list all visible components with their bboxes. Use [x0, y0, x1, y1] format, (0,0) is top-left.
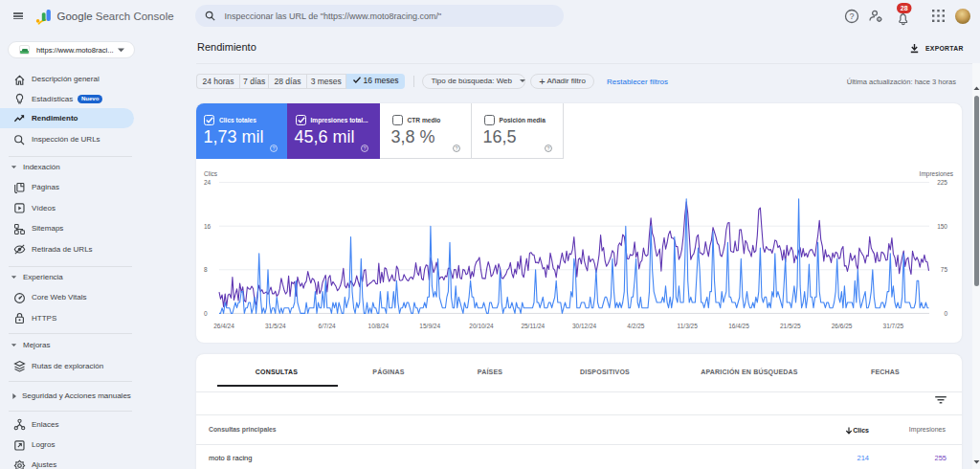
svg-text:20/10/24: 20/10/24: [469, 323, 494, 329]
svg-text:24: 24: [204, 179, 212, 186]
svg-text:31/5/24: 31/5/24: [265, 323, 286, 329]
svg-text:0: 0: [204, 310, 208, 317]
svg-text:?: ?: [849, 11, 854, 21]
svg-text:225: 225: [937, 179, 947, 186]
svg-text:11/3/25: 11/3/25: [678, 323, 699, 329]
svg-text:6/7/24: 6/7/24: [319, 323, 336, 329]
svg-text:28: 28: [901, 5, 908, 11]
svg-text:4/2/25: 4/2/25: [627, 323, 644, 329]
svg-text:10/8/24: 10/8/24: [368, 323, 390, 329]
svg-text:30/12/24: 30/12/24: [572, 323, 597, 329]
svg-text:150: 150: [937, 223, 947, 230]
svg-text:Clics: Clics: [204, 170, 218, 177]
svg-text:16: 16: [204, 223, 212, 230]
svg-text:16/4/25: 16/4/25: [728, 323, 749, 329]
svg-text:15/9/24: 15/9/24: [419, 323, 440, 329]
svg-text:8: 8: [204, 266, 208, 273]
svg-text:0: 0: [944, 310, 947, 317]
svg-text:26/4/24: 26/4/24: [213, 323, 234, 329]
svg-text:75: 75: [941, 266, 948, 273]
svg-text:Impresiones: Impresiones: [920, 170, 954, 178]
svg-text:21/5/25: 21/5/25: [780, 323, 801, 329]
svg-text:31/7/25: 31/7/25: [883, 323, 904, 329]
svg-text:25/11/24: 25/11/24: [521, 323, 545, 329]
svg-text:26/6/25: 26/6/25: [832, 323, 853, 329]
